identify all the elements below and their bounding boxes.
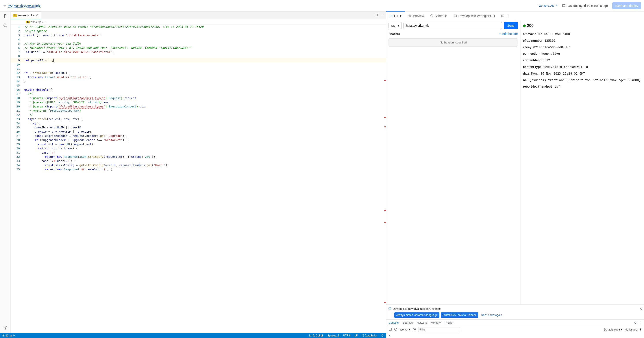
code-line[interactable]: 9let proxyIP = ''; [10,58,386,62]
code-line[interactable]: 14} [10,79,386,83]
gear-icon[interactable]: ⚙ [639,328,642,331]
code-line[interactable]: 19 * @param {{UUID: string, PROXYIP: str… [10,100,386,104]
match-chrome-lang-button[interactable]: Always match Chrome's language [394,312,440,318]
status-lang[interactable]: { } JavaScript [362,334,377,337]
project-name[interactable]: worker-vless-example [8,4,40,8]
tab-wrangler[interactable]: Develop with Wrangler CLI [450,12,498,20]
close-icon[interactable]: ✕ [639,307,642,311]
status-ln-col[interactable]: Ln 9, Col 18 [309,334,324,337]
code-line[interactable]: 10 [10,62,386,67]
calendar-icon [562,4,565,8]
code-editor[interactable]: 1// <!--GAMFC-->version base on commit 4… [10,25,386,333]
code-line[interactable]: 22 */ [10,113,386,117]
chevron-down-icon: ▾ [398,24,399,27]
no-issues-text[interactable]: No Issues [624,328,637,331]
editor-tabs: JS worker.js 9+ ✕ ⋯ [10,12,386,20]
code-line[interactable]: 5// How to generate your own UUID: [10,42,386,46]
code-line[interactable]: 4 [10,37,386,42]
request-panel: GET ▾ Send Headers ＋ Add header No head [386,20,520,304]
code-line[interactable]: 21 * @returns {Promise<Response>} [10,109,386,113]
http-url-input[interactable] [404,22,502,29]
code-line[interactable]: 27 const upgradeHeader = request.headers… [10,134,386,138]
breadcrumb[interactable]: JS worker.js › … [10,20,386,25]
tab-schedule[interactable]: Schedule [427,12,450,20]
clear-console-icon[interactable] [394,328,397,331]
scope-select[interactable]: Worker ▾ [400,328,410,331]
status-encoding[interactable]: UTF-8 [343,334,351,337]
code-line[interactable]: 18 * @param {import("@cloudflare/workers… [10,96,386,100]
more-icon[interactable]: ⋯ [380,14,384,17]
overview-ruler [384,25,386,333]
svg-point-12 [414,329,415,330]
code-line[interactable]: 15 [10,83,386,88]
devtools-tab-profiler[interactable]: Profiler [445,321,454,324]
back-arrow-icon[interactable]: ← [3,3,6,8]
console-prompt[interactable]: › [386,333,644,338]
tab-problems-badge: 9+ [31,14,34,17]
code-line[interactable]: 28 if (!upgradeHeader || upgradeHeader !… [10,138,386,142]
code-line[interactable]: 30 switch (url.pathname) { [10,146,386,150]
code-line[interactable]: 20 * @param {import("@cloudflare/workers… [10,104,386,109]
dont-show-again-button[interactable]: Don't show again [480,312,504,318]
code-line[interactable]: 1// <!--GAMFC-->version base on commit 4… [10,25,386,29]
code-line[interactable]: 35 return new Response(`${vlessConfig}`,… [10,167,386,172]
devtools-tab-network[interactable]: Network [417,321,427,324]
code-line[interactable]: 7let userID = 'd342d11e-d424-4583-b36e-5… [10,50,386,54]
status-bar: ⓧ 12 ⚠ 0 Ln 9, Col 18 Spaces: 2 UTF-8 LF… [0,333,386,338]
svg-point-4 [5,327,6,328]
code-line[interactable]: 34 const vlessConfig = getVLESSConfig(us… [10,163,386,167]
devtools-tab-sources[interactable]: Sources [402,321,413,324]
code-line[interactable]: 23 async fetch(request, env, ctx) { [10,117,386,121]
status-errors[interactable]: ⓧ 12 ⚠ 0 [2,334,14,337]
eye-icon[interactable] [412,327,416,331]
code-line[interactable]: 24 try { [10,121,386,125]
gear-icon[interactable]: ⚙ [634,321,637,324]
code-line[interactable]: 8 [10,54,386,58]
gear-icon[interactable] [3,325,8,330]
close-icon[interactable]: ✕ [36,14,38,17]
code-line[interactable]: 3import { connect } from 'cloudflare:soc… [10,33,386,37]
code-line[interactable]: 11 [10,67,386,71]
tab-http[interactable]: HTTP [386,12,405,20]
chevron-down-icon: ▾ [621,328,622,331]
code-line[interactable]: 31 case '/': [10,150,386,155]
status-eol[interactable]: LF [354,334,358,337]
log-levels-select[interactable]: Default levels ▾ [604,328,622,331]
more-vertical-icon[interactable]: ⋮ [639,321,642,324]
switch-to-chinese-button[interactable]: Switch DevTools to Chinese [441,312,478,318]
explorer-icon[interactable] [3,14,8,19]
code-line[interactable]: 12if (!isValidUUID(userID)) { [10,71,386,75]
tab-extra[interactable]: E [498,12,511,20]
code-line[interactable]: 13 throw new Error('uuid is not valid'); [10,75,386,79]
bell-icon[interactable] [381,334,384,337]
tab-label: worker.js [18,14,30,17]
code-line[interactable]: 25 userID = env.UUID || userID; [10,125,386,129]
code-line[interactable]: 6// [Windows] Press "Win + R", input cmd… [10,46,386,50]
http-method-select[interactable]: GET ▾ [388,22,402,29]
console-filter-input[interactable] [418,327,460,332]
send-button[interactable]: Send [504,22,518,29]
response-header: alt-svc: h3=":443"; ma=86400 [523,32,641,37]
code-line[interactable]: 32 return new Response(JSON.stringify(re… [10,155,386,159]
status-spaces[interactable]: Spaces: 2 [327,334,339,337]
workers-dev-link[interactable]: workers.dev ↗ [539,4,558,7]
search-icon[interactable] [3,23,8,28]
devtools-panel: ⓘ DevTools is now available in Chinese! … [386,305,644,338]
code-line[interactable]: 2// @ts-ignore [10,29,386,33]
code-line[interactable]: 29 const url = new URL(request.url); [10,142,386,146]
add-header-button[interactable]: ＋ Add header [498,32,518,36]
breadcrumb-sep: › [42,21,43,24]
save-and-deploy-button[interactable]: Save and deploy [612,2,641,9]
code-line[interactable]: 26 proxyIP = env.PROXYIP || proxyIP; [10,129,386,134]
code-line[interactable]: 33 case `/${userID}`: { [10,159,386,163]
code-line[interactable]: 16export default { [10,88,386,92]
split-editor-icon[interactable] [374,13,378,18]
devtools-tab-console[interactable]: Console [388,321,399,324]
tab-worker-js[interactable]: JS worker.js 9+ ✕ [10,12,41,19]
toggle-drawer-icon[interactable] [388,328,392,331]
tab-preview[interactable]: Preview [405,12,427,20]
response-header: cf-as-number: 135391 [523,38,641,44]
devtools-tab-memory[interactable]: Memory [431,321,441,324]
code-line[interactable]: 17 /** [10,92,386,96]
response-header: report-to: {"endpoints": [523,84,641,89]
